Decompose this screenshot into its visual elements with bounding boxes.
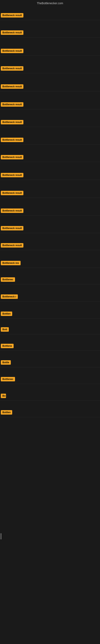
bottleneck-badge-5: Bottleneck result xyxy=(1,84,23,89)
bottleneck-badge-23: Bo xyxy=(1,394,6,398)
bottleneck-badge-12: Bottleneck result xyxy=(1,208,23,213)
result-row-22[interactable]: Bottlenec xyxy=(0,375,100,384)
result-row-14[interactable]: Bottleneck result xyxy=(0,242,100,250)
result-row-19[interactable]: Bott xyxy=(0,326,100,334)
bottleneck-badge-11: Bottleneck result xyxy=(1,191,23,195)
bottleneck-badge-8: Bottleneck result xyxy=(1,138,23,142)
bottleneck-badge-13: Bottleneck result xyxy=(1,226,23,230)
bottleneck-badge-14: Bottleneck result xyxy=(1,243,23,248)
result-row-23[interactable]: Bo xyxy=(0,392,100,401)
result-row-9[interactable]: Bottleneck result xyxy=(0,153,100,162)
result-row-5[interactable]: Bottleneck result xyxy=(0,83,100,91)
result-row-3[interactable]: Bottleneck result xyxy=(0,47,100,56)
result-row-15[interactable]: Bottleneck res xyxy=(0,259,100,268)
result-row-1[interactable]: Bottleneck result xyxy=(0,12,100,20)
bottleneck-badge-22: Bottlenec xyxy=(1,377,15,381)
bottleneck-badge-7: Bottleneck result xyxy=(1,120,23,124)
result-row-2[interactable]: Bottleneck result xyxy=(0,29,100,38)
result-row-8[interactable]: Bottleneck result xyxy=(0,136,100,145)
result-row-7[interactable]: Bottleneck result xyxy=(0,118,100,127)
result-row-13[interactable]: Bottleneck result xyxy=(0,224,100,233)
bottleneck-badge-15: Bottleneck res xyxy=(1,261,21,265)
result-row-12[interactable]: Bottleneck result xyxy=(0,207,100,216)
bottleneck-badge-24: Bottlen xyxy=(1,410,12,414)
bottleneck-badge-3: Bottleneck result xyxy=(1,49,23,53)
result-row-24[interactable]: Bottlen xyxy=(0,408,100,417)
result-row-10[interactable]: Bottleneck result xyxy=(0,171,100,180)
bottleneck-badge-10: Bottleneck result xyxy=(1,173,23,177)
result-row-16[interactable]: Bottlenec xyxy=(0,276,100,284)
bottleneck-badge-16: Bottlenec xyxy=(1,277,15,282)
bottleneck-badge-20: Bottlene xyxy=(1,344,14,348)
site-title: TheBottlenecker.com xyxy=(0,0,100,7)
bottleneck-badge-17: Bottleneck r xyxy=(1,294,18,299)
bottleneck-badge-6: Bottleneck result xyxy=(1,102,23,107)
result-row-4[interactable]: Bottleneck result xyxy=(0,64,100,73)
result-row-17[interactable]: Bottleneck r xyxy=(0,293,100,302)
bottleneck-badge-1: Bottleneck result xyxy=(1,13,23,18)
result-row-6[interactable]: Bottleneck result xyxy=(0,100,100,109)
result-row-18[interactable]: Bottlen xyxy=(0,310,100,318)
result-row-21[interactable]: Bottle xyxy=(0,359,100,367)
bottleneck-badge-4: Bottleneck result xyxy=(1,66,23,71)
result-row-11[interactable]: Bottleneck result xyxy=(0,189,100,198)
result-row-20[interactable]: Bottlene xyxy=(0,342,100,351)
bottleneck-badge-21: Bottle xyxy=(1,360,11,365)
bottleneck-badge-18: Bottlen xyxy=(1,312,12,316)
bottleneck-badge-2: Bottleneck result xyxy=(1,30,23,35)
cursor-indicator xyxy=(1,533,1,539)
bottleneck-badge-19: Bott xyxy=(1,327,9,332)
bottleneck-badge-9: Bottleneck result xyxy=(1,155,23,160)
